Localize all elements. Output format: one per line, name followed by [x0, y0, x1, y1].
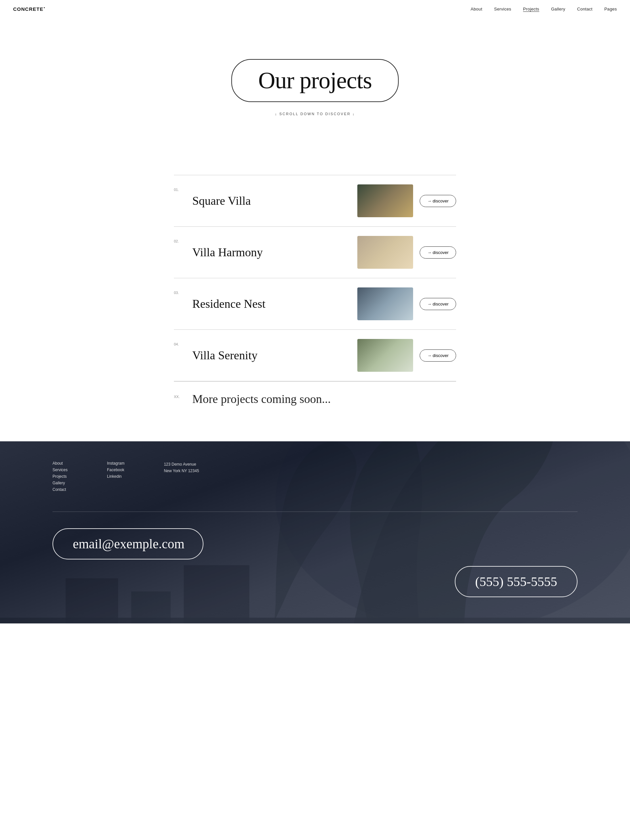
footer-nav-link-gallery[interactable]: Gallery: [52, 481, 68, 485]
project-name: Villa Harmony: [192, 245, 351, 259]
thumb-image: [357, 339, 413, 372]
project-num: 02.: [174, 236, 186, 243]
footer: AboutServicesProjectsGalleryContact Inst…: [0, 441, 630, 624]
footer-phone-text: (555) 555-5555: [475, 574, 557, 589]
project-num: 01.: [174, 185, 186, 192]
hero-title: Our projects: [258, 67, 372, 94]
footer-address: 123 Demo Avenue New York NY 12345: [164, 461, 199, 474]
footer-content: AboutServicesProjectsGalleryContact Inst…: [0, 441, 630, 624]
discover-button[interactable]: → discover: [420, 195, 456, 207]
footer-email-button[interactable]: email@exemple.com: [52, 528, 204, 559]
hero-title-wrap: Our projects: [231, 59, 399, 102]
hero-scroll-text: ↓ SCROLL DOWN TO DISCOVER ↓: [275, 112, 355, 116]
project-name: Residence Nest: [192, 297, 351, 311]
discover-button[interactable]: → discover: [420, 349, 456, 362]
thumb-image: [357, 236, 413, 269]
project-thumbnail: [357, 287, 413, 320]
footer-nav-col: AboutServicesProjectsGalleryContact: [52, 461, 68, 492]
thumb-image: [357, 287, 413, 320]
project-num: 03.: [174, 287, 186, 295]
nav-link-about[interactable]: About: [471, 6, 482, 11]
footer-divider: [52, 512, 578, 512]
project-row: 01. Square Villa → discover: [174, 175, 456, 226]
thumb-image: [357, 185, 413, 217]
project-row: 02. Villa Harmony → discover: [174, 226, 456, 278]
project-thumbnail: [357, 339, 413, 372]
footer-nav-link-projects[interactable]: Projects: [52, 474, 68, 479]
footer-contact-row: email@exemple.com (555) 555-5555: [52, 528, 578, 597]
nav-link-projects[interactable]: Projects: [523, 6, 539, 11]
project-row: 04. Villa Serenity → discover: [174, 330, 456, 381]
footer-links-row: AboutServicesProjectsGalleryContact Inst…: [52, 461, 578, 492]
coming-soon-text: More projects coming soon...: [192, 392, 331, 406]
coming-soon-num: XX.: [174, 392, 186, 399]
project-thumbnail: [357, 236, 413, 269]
discover-button[interactable]: → discover: [420, 298, 456, 310]
project-num: 04.: [174, 339, 186, 346]
footer-address-col: 123 Demo Avenue New York NY 12345: [164, 461, 199, 492]
navigation: CONCRETE• AboutServicesProjectsGalleryCo…: [0, 0, 630, 18]
footer-social-link-facebook[interactable]: Facebook: [107, 467, 124, 472]
footer-social-link-linkedin[interactable]: Linkedin: [107, 474, 124, 479]
hero-section: Our projects ↓ SCROLL DOWN TO DISCOVER ↓: [0, 0, 630, 155]
nav-link-contact[interactable]: Contact: [577, 6, 592, 11]
footer-nav-link-contact[interactable]: Contact: [52, 487, 68, 492]
nav-link-services[interactable]: Services: [494, 6, 511, 11]
project-row: 03. Residence Nest → discover: [174, 278, 456, 330]
footer-phone-button[interactable]: (555) 555-5555: [455, 566, 578, 597]
footer-social-link-instagram[interactable]: Instagram: [107, 461, 124, 466]
logo[interactable]: CONCRETE•: [13, 6, 45, 12]
footer-nav-link-about[interactable]: About: [52, 461, 68, 466]
footer-nav-link-services[interactable]: Services: [52, 467, 68, 472]
footer-email-text: email@exemple.com: [73, 536, 185, 551]
nav-link-pages[interactable]: Pages: [605, 6, 617, 11]
discover-button[interactable]: → discover: [420, 246, 456, 259]
nav-link-gallery[interactable]: Gallery: [551, 6, 565, 11]
footer-social-col: InstagramFacebookLinkedin: [107, 461, 124, 492]
projects-section: 01. Square Villa → discover 02. Villa Ha…: [174, 155, 456, 441]
project-thumbnail: [357, 185, 413, 217]
coming-soon-row: XX. More projects coming soon...: [174, 381, 456, 415]
project-name: Square Villa: [192, 194, 351, 208]
project-name: Villa Serenity: [192, 349, 351, 362]
nav-links: AboutServicesProjectsGalleryContactPages: [471, 6, 617, 12]
